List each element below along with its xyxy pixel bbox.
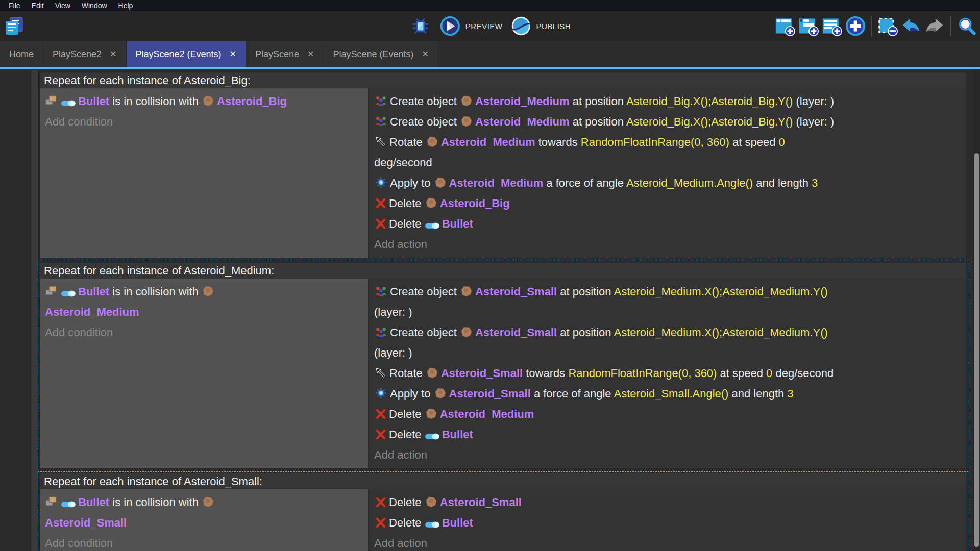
create-icon bbox=[375, 325, 387, 338]
actions-panel: Create object Asteroid_Medium at positio… bbox=[369, 88, 966, 258]
preview-button[interactable]: PREVIEW bbox=[439, 15, 503, 37]
instruction-text: and length bbox=[728, 387, 787, 400]
add-action-link[interactable]: Add action bbox=[374, 234, 961, 255]
bullet-icon bbox=[425, 222, 439, 230]
collision-icon bbox=[45, 94, 58, 107]
action-row[interactable]: Delete Asteroid_Small bbox=[374, 492, 961, 513]
event-body: Bullet is in collision with Asteroid_Big… bbox=[40, 88, 966, 258]
bullet-icon bbox=[425, 433, 439, 440]
event-header[interactable]: Repeat for each instance of Asteroid_Sma… bbox=[40, 473, 966, 489]
action-row[interactable]: Create object Asteroid_Medium at positio… bbox=[374, 112, 961, 132]
action-row[interactable]: Delete Bullet bbox=[374, 513, 961, 533]
conditions-panel: Bullet is in collision with Asteroid_Med… bbox=[40, 279, 369, 468]
expression: Asteroid_Medium.X();Asteroid_Medium.Y() bbox=[614, 285, 827, 298]
add-condition-link[interactable]: Add condition bbox=[45, 112, 363, 132]
remove-selection-icon[interactable] bbox=[876, 15, 899, 37]
instruction-text: Delete bbox=[389, 516, 425, 529]
tab-label: PlayScene bbox=[255, 41, 299, 67]
tab-playscene-events[interactable]: PlayScene (Events)✕ bbox=[324, 41, 438, 67]
undo-icon[interactable] bbox=[900, 15, 922, 37]
project-manager-icon[interactable] bbox=[3, 15, 26, 37]
add-action-link[interactable]: Add action bbox=[374, 533, 961, 551]
add-condition-link[interactable]: Add condition bbox=[45, 533, 363, 551]
instruction-text: towards bbox=[535, 136, 581, 148]
asteroid-icon bbox=[202, 95, 214, 107]
action-row[interactable]: Create object Asteroid_Small at position… bbox=[374, 282, 961, 322]
expression: RandomFloatInRange(0, 360) bbox=[568, 367, 717, 380]
events-gutter bbox=[31, 70, 39, 551]
delete-icon bbox=[375, 408, 386, 420]
action-row[interactable]: Delete Asteroid_Medium bbox=[374, 404, 961, 424]
tab-label: PlayScene2 bbox=[53, 41, 102, 67]
instruction-text: Apply to bbox=[390, 177, 434, 189]
tab-close-icon[interactable]: ✕ bbox=[110, 41, 116, 67]
instruction-text: Delete bbox=[389, 428, 425, 441]
bullet-icon bbox=[61, 290, 76, 297]
action-row[interactable]: Apply to Asteroid_Small a force of angle… bbox=[374, 384, 961, 404]
tab-label: Home bbox=[9, 41, 34, 67]
publish-label: PUBLISH bbox=[536, 22, 571, 31]
expression: 3 bbox=[812, 177, 818, 189]
instruction-text: (layer: ) bbox=[793, 115, 834, 128]
publish-button[interactable]: PUBLISH bbox=[509, 15, 571, 37]
object-name: Bullet bbox=[442, 217, 473, 230]
object-name: Bullet bbox=[442, 516, 473, 529]
vertical-scrollbar[interactable] bbox=[973, 69, 980, 551]
event-header[interactable]: Repeat for each instance of Asteroid_Med… bbox=[40, 263, 966, 279]
instruction-text: at position bbox=[570, 95, 626, 108]
add-comment-icon[interactable] bbox=[821, 15, 843, 37]
search-icon[interactable] bbox=[955, 15, 978, 37]
play-icon bbox=[439, 15, 461, 37]
expression: Asteroid_Medium.Angle() bbox=[626, 177, 753, 189]
event-block: Repeat for each instance of Asteroid_Sma… bbox=[39, 473, 967, 551]
object-name: Asteroid_Big bbox=[217, 95, 287, 108]
menu-window[interactable]: Window bbox=[76, 0, 113, 11]
menu-help[interactable]: Help bbox=[113, 0, 139, 11]
toolbar-separator bbox=[871, 16, 872, 36]
rotate-icon bbox=[375, 136, 387, 148]
action-row[interactable]: Apply to Asteroid_Medium a force of angl… bbox=[374, 173, 961, 193]
action-row[interactable]: Rotate Asteroid_Small towards RandomFloa… bbox=[374, 363, 961, 384]
tab-close-icon[interactable]: ✕ bbox=[307, 41, 314, 67]
object-name: Asteroid_Medium bbox=[441, 136, 535, 148]
instruction-text: a force of angle bbox=[543, 177, 626, 189]
scrollbar-thumb[interactable] bbox=[974, 153, 979, 547]
action-row[interactable]: Rotate Asteroid_Medium towards RandomFlo… bbox=[374, 132, 961, 173]
add-sub-event-icon[interactable] bbox=[797, 15, 820, 37]
action-row[interactable]: Create object Asteroid_Small at position… bbox=[374, 322, 961, 363]
menu-view[interactable]: View bbox=[50, 0, 76, 11]
tab-close-icon[interactable]: ✕ bbox=[422, 41, 429, 67]
redo-icon[interactable] bbox=[923, 15, 946, 37]
instruction-text: at speed bbox=[717, 367, 766, 380]
condition-row[interactable]: Bullet is in collision with Asteroid_Med… bbox=[45, 282, 363, 322]
condition-row[interactable]: Bullet is in collision with Asteroid_Sma… bbox=[45, 492, 363, 533]
delete-icon bbox=[375, 496, 386, 508]
menu-file[interactable]: File bbox=[3, 0, 26, 11]
add-event-icon[interactable] bbox=[774, 15, 796, 37]
add-action-link[interactable]: Add action bbox=[374, 445, 961, 465]
instruction-text: is in collision with bbox=[109, 496, 202, 509]
event-header[interactable]: Repeat for each instance of Asteroid_Big… bbox=[40, 72, 966, 88]
asteroid-icon bbox=[202, 496, 214, 508]
tab-playscene[interactable]: PlayScene✕ bbox=[246, 41, 324, 67]
action-row[interactable]: Create object Asteroid_Medium at positio… bbox=[374, 91, 961, 112]
tab-playscene2-events[interactable]: PlayScene2 (Events)✕ bbox=[127, 41, 247, 67]
tab-close-icon[interactable]: ✕ bbox=[230, 41, 236, 67]
instruction-text: at position bbox=[557, 326, 614, 339]
action-row[interactable]: Delete Bullet bbox=[374, 214, 961, 234]
preview-label: PREVIEW bbox=[465, 22, 503, 31]
events-list: Repeat for each instance of Asteroid_Big… bbox=[39, 72, 967, 551]
debug-icon[interactable] bbox=[409, 15, 432, 37]
action-row[interactable]: Delete Asteroid_Big bbox=[374, 193, 961, 214]
tab-home[interactable]: Home bbox=[0, 41, 43, 67]
action-row[interactable]: Delete Bullet bbox=[374, 424, 961, 445]
condition-row[interactable]: Bullet is in collision with Asteroid_Big bbox=[45, 91, 363, 112]
force-icon bbox=[375, 387, 387, 399]
menu-edit[interactable]: Edit bbox=[26, 0, 50, 11]
tab-playscene2[interactable]: PlayScene2✕ bbox=[43, 41, 126, 67]
add-condition-link[interactable]: Add condition bbox=[45, 322, 363, 343]
add-new-icon[interactable] bbox=[844, 15, 867, 37]
instruction-text: (layer: ) bbox=[374, 306, 412, 318]
conditions-panel: Bullet is in collision with Asteroid_Sma… bbox=[40, 489, 369, 551]
object-name: Asteroid_Big bbox=[440, 197, 510, 210]
